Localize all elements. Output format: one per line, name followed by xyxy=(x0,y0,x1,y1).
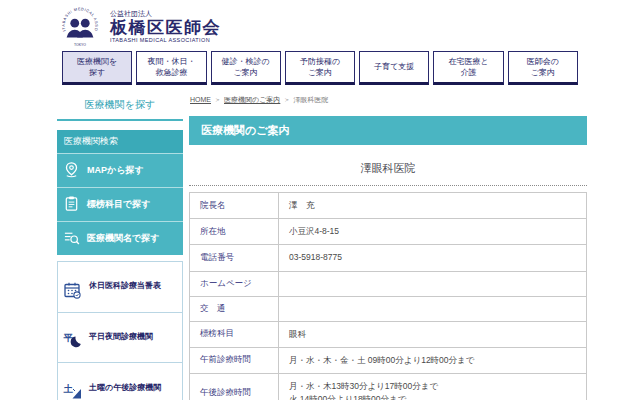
sidebar-link-weekday-night-clinics[interactable]: 平 平日夜間診療機関 xyxy=(58,312,182,363)
breadcrumb-section-link[interactable]: 医療機関のご案内 xyxy=(224,96,280,103)
sidebar-link-saturday-afternoon-clinics[interactable]: 土 土曜の午後診療機関 xyxy=(58,362,182,400)
sidebar-link-label: 休日医科診療当番表 xyxy=(89,281,161,292)
breadcrumb-separator: ＞ xyxy=(214,96,221,103)
table-row: 午前診療時間 月・水・木・金・土 09時00分より12時00分まで xyxy=(190,347,587,373)
sidebar-search-box: 医療機関検索 MAPから探す xyxy=(57,130,183,255)
nav-find-medical-institution[interactable]: 医療機関を 探す xyxy=(62,51,132,85)
sidebar-links: 休日医科診療当番表 平 平日夜間診療機関 土 xyxy=(57,261,183,400)
table-row: 午後診療時間 月・水・木13時30分より17時00分まで 火 14時00分より1… xyxy=(190,373,587,400)
row-label: 電話番号 xyxy=(190,245,279,271)
breadcrumb-home-link[interactable]: HOME xyxy=(190,96,211,103)
svg-text:土: 土 xyxy=(63,382,74,393)
nav-night-holiday-emergency[interactable]: 夜間・休日・ 救急診療 xyxy=(136,51,206,85)
sidebar-link-label: 土曜の午後診療機関 xyxy=(89,383,161,394)
row-value: 月・水・木13時30分より17時00分まで 火 14時00分より18時00分まで xyxy=(279,373,587,400)
row-value: 小豆沢4-8-15 xyxy=(279,219,587,245)
page-title: 医療機関のご案内 xyxy=(189,116,587,145)
table-row: 電話番号 03-5918-8775 xyxy=(190,245,587,271)
association-seal-logo[interactable]: ITABASHI MEDICAL ASSOCIATION TOKYO xyxy=(59,6,101,48)
nav-homecare-nursing[interactable]: 在宅医療と 介護 xyxy=(433,51,503,85)
seal-ring-text: ITABASHI MEDICAL ASSOCIATION xyxy=(59,6,98,32)
table-row: 所在地 小豆沢4-8-15 xyxy=(190,219,587,245)
clipboard-icon xyxy=(63,195,80,214)
breadcrumb-current: 澤眼科医院 xyxy=(293,96,328,103)
breadcrumb-separator: ＞ xyxy=(283,96,290,103)
sidebar-item-label: MAPから探す xyxy=(87,164,144,177)
row-label: 交 通 xyxy=(190,296,279,321)
row-value: 03-5918-8775 xyxy=(279,245,587,271)
row-label: ホームページ xyxy=(190,271,279,296)
breadcrumb: HOME＞医療機関のご案内＞澤眼科医院 xyxy=(190,95,587,105)
sidebar: 医療機関を探す 医療機関検索 MAPから探す xyxy=(57,95,183,400)
org-name-en: ITABASHI MEDICAL ASSOCIATION xyxy=(110,37,221,43)
org-name: 板橋区医師会 xyxy=(110,18,221,38)
sidebar-item-label: 標榜科目で探す xyxy=(87,198,150,211)
row-value xyxy=(279,271,587,296)
row-label: 午前診療時間 xyxy=(190,347,279,373)
main-content: HOME＞医療機関のご案内＞澤眼科医院 医療機関のご案内 澤眼科医院 院長名 澤… xyxy=(189,95,587,400)
org-title-block: 公益社団法人 板橋区医師会 ITABASHI MEDICAL ASSOCIATI… xyxy=(110,10,221,44)
row-value: 眼科 xyxy=(279,321,587,347)
nav-checkup-guide[interactable]: 健診・検診の ご案内 xyxy=(211,51,281,85)
nav-childcare-support[interactable]: 子育て支援 xyxy=(359,51,429,85)
sidebar-item-search-by-department[interactable]: 標榜科目で探す xyxy=(57,187,183,221)
row-label: 午後診療時間 xyxy=(190,373,279,400)
weekday-night-icon: 平 xyxy=(63,321,82,355)
row-value: 月・水・木・金・土 09時00分より12時00分まで xyxy=(279,347,587,373)
saturday-afternoon-icon: 土 xyxy=(63,371,82,400)
row-label: 院長名 xyxy=(190,193,279,219)
sidebar-item-search-by-name[interactable]: 医療機関名で探す xyxy=(57,221,183,255)
list-search-icon xyxy=(63,229,80,248)
nav-association-guide[interactable]: 医師会の ご案内 xyxy=(508,51,578,85)
table-row: 院長名 澤 充 xyxy=(190,193,587,219)
table-row: 交 通 xyxy=(190,296,587,321)
clinic-info-table: 院長名 澤 充 所在地 小豆沢4-8-15 電話番号 03-5918-8775 … xyxy=(189,192,587,400)
seal-bottom-text: TOKYO xyxy=(74,42,86,46)
content-area: 医療機関を探す 医療機関検索 MAPから探す xyxy=(0,95,640,400)
row-value: 澤 充 xyxy=(279,193,587,219)
sidebar-link-holiday-duty-roster[interactable]: 休日医科診療当番表 xyxy=(58,262,182,312)
nav-vaccination-guide[interactable]: 予防接種の ご案内 xyxy=(285,51,355,85)
clinic-name: 澤眼科医院 xyxy=(189,161,587,186)
sidebar-title: 医療機関を探す xyxy=(57,95,183,121)
calendar-icon xyxy=(63,270,82,304)
sidebar-link-label: 平日夜間診療機関 xyxy=(89,332,153,343)
map-pin-icon xyxy=(63,161,80,180)
row-label: 所在地 xyxy=(190,219,279,245)
table-row: 標榜科目 眼科 xyxy=(190,321,587,347)
svg-text:ITABASHI MEDICAL ASSOCIATION: ITABASHI MEDICAL ASSOCIATION xyxy=(59,6,98,32)
row-value xyxy=(279,296,587,321)
org-type: 公益社団法人 xyxy=(110,10,221,18)
sidebar-search-header: 医療機関検索 xyxy=(57,130,183,153)
table-row: ホームページ xyxy=(190,271,587,296)
site-header: ITABASHI MEDICAL ASSOCIATION TOKYO 公益社団法… xyxy=(0,0,640,48)
sidebar-item-label: 医療機関名で探す xyxy=(87,232,159,245)
main-nav: 医療機関を 探す 夜間・休日・ 救急診療 健診・検診の ご案内 予防接種の ご案… xyxy=(62,51,578,85)
sidebar-item-search-by-map[interactable]: MAPから探す xyxy=(57,153,183,187)
row-label: 標榜科目 xyxy=(190,321,279,347)
